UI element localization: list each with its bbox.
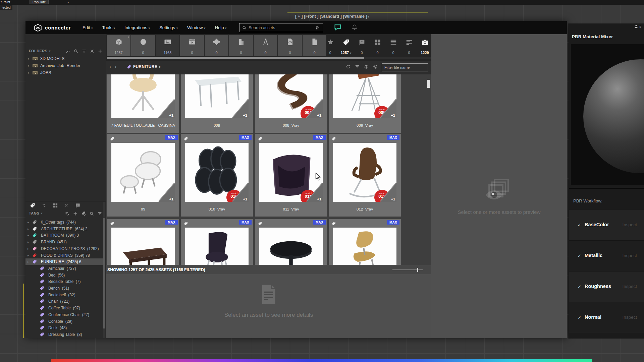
filename-filter-box[interactable] xyxy=(382,63,428,71)
tags-header[interactable]: TAGS ▾ xyxy=(29,211,43,215)
filter-tags-icon[interactable] xyxy=(98,211,102,216)
tag-item-console[interactable]: Console (29) xyxy=(25,318,104,325)
type-filter-audio[interactable]: 0 xyxy=(205,35,228,56)
check-icon[interactable]: ✓ xyxy=(578,284,581,289)
meta-filter-flag[interactable]: 0 xyxy=(354,35,370,56)
tag-item-0-other-tags[interactable]: ▸0_Other tags (744) xyxy=(25,219,104,226)
scrollbar-thumb[interactable] xyxy=(107,57,364,59)
flag-mode-icon[interactable] xyxy=(75,202,80,208)
asset-card[interactable]: MAX xyxy=(107,219,179,265)
tag-item-hallway[interactable]: Hallway (7) xyxy=(25,338,104,338)
type-filter-video[interactable]: 0 xyxy=(180,35,204,56)
assign-tag-icon[interactable] xyxy=(81,211,86,216)
add-tag-icon[interactable] xyxy=(73,211,77,216)
expand-arrow-icon[interactable]: ▸ xyxy=(25,227,31,231)
tag-item-food-drinks[interactable]: ▸FOOD & DRINKS (359) 78 xyxy=(25,252,104,259)
asset-card[interactable]: MAX xyxy=(255,219,327,265)
tag-item-bathroom[interactable]: ▸BATHROOM (390) 3 xyxy=(25,232,104,239)
inspect-button[interactable]: Inspect xyxy=(622,315,637,320)
folders-header[interactable]: FOLDERS ▾ xyxy=(29,49,51,53)
stack-view-icon[interactable] xyxy=(364,64,369,69)
type-filter-scene[interactable]: 0 xyxy=(229,35,253,56)
search-icon[interactable] xyxy=(74,49,78,53)
check-icon[interactable]: ✓ xyxy=(578,315,581,320)
gear-icon[interactable] xyxy=(90,49,94,53)
tag-item-decoration-props[interactable]: ▸DECORATION / PROPS (1292) xyxy=(25,245,104,252)
inspect-button[interactable]: Inspect xyxy=(622,284,637,289)
populate-button-fragment[interactable]: Populate xyxy=(30,0,49,4)
menu-tools[interactable]: Tools ▾ xyxy=(102,25,115,30)
notifications-bell-icon[interactable] xyxy=(352,24,358,30)
menu-integrations[interactable]: Integrations ▾ xyxy=(124,25,150,30)
feedback-chat-icon[interactable] xyxy=(334,24,341,31)
slider-thumb[interactable] xyxy=(417,268,418,272)
asset-card-010-vray[interactable]: MAXmodel010+1010_Vray xyxy=(181,134,253,217)
tag-item-armchair[interactable]: Armchair (727) xyxy=(25,265,104,272)
folder-item-3d-models[interactable]: ▸3D MODELS xyxy=(25,55,106,62)
scrollbar-thumb[interactable] xyxy=(103,218,105,328)
tags-mode-icon[interactable] xyxy=(30,202,35,208)
breadcrumb[interactable]: FURNITURE ▸ xyxy=(127,64,161,69)
tag-item-architecture[interactable]: ▸ARCHITECTURE (624) 2 xyxy=(25,226,104,232)
asset-card[interactable]: MAX xyxy=(329,219,401,265)
expand-arrow-icon[interactable]: ▸ xyxy=(25,221,31,224)
expand-arrow-icon[interactable]: ▸ xyxy=(25,240,31,244)
toolbar-scrollbar[interactable] xyxy=(107,57,431,59)
meta-filter-star[interactable]: 0 xyxy=(322,35,338,56)
cut-mode-icon[interactable] xyxy=(65,203,68,207)
menu-edit[interactable]: Edit ▾ xyxy=(83,25,93,30)
expand-arrow-icon[interactable]: ▸ xyxy=(25,57,32,60)
meta-filter-grid[interactable]: 0 xyxy=(370,35,385,56)
asset-card[interactable]: MAX xyxy=(181,219,253,265)
sort-tags-icon[interactable] xyxy=(65,211,69,216)
type-filter-cube-3d[interactable]: ▾1257 xyxy=(107,35,130,56)
meta-filter-rows[interactable]: 0 xyxy=(401,35,417,56)
expand-arrow-icon[interactable]: ▸ xyxy=(25,254,31,257)
tag-item-desk[interactable]: Desk (48) xyxy=(25,324,104,331)
menu-settings[interactable]: Settings ▾ xyxy=(159,25,178,30)
tag-item-conference-chair[interactable]: Conference Chair (27) xyxy=(25,311,104,318)
tag-item-bench[interactable]: Bench (51) xyxy=(25,285,104,292)
meta-filter-tag[interactable]: 1257 ▾ xyxy=(338,35,354,56)
thumbnail-size-slider[interactable] xyxy=(392,269,423,270)
refresh-icon[interactable] xyxy=(346,64,351,69)
filter-icon[interactable] xyxy=(82,49,86,53)
grid-mode-icon[interactable] xyxy=(52,202,58,208)
tag-item-brand[interactable]: ▸BRAND (451) xyxy=(25,239,104,245)
folder-item-archivio-job-render[interactable]: ▸Archivio_Job_Render xyxy=(25,62,106,69)
filename-filter-input[interactable] xyxy=(384,65,425,69)
expand-arrow-icon[interactable]: ▸ xyxy=(25,234,31,237)
asset-card-008-vray[interactable]: model004+1008_Vray xyxy=(255,74,327,133)
wand-icon[interactable] xyxy=(66,49,70,53)
add-folder-icon[interactable] xyxy=(98,49,102,53)
asset-card-09[interactable]: MAX+109 xyxy=(107,134,179,217)
tag-item-furniture[interactable]: ▸FURNITURE (2425) 6 xyxy=(25,258,104,265)
check-icon[interactable]: ✓ xyxy=(578,223,581,228)
search-filters-icon[interactable] xyxy=(316,25,320,30)
check-icon[interactable]: ✓ xyxy=(578,253,581,258)
search-tags-icon[interactable] xyxy=(90,211,94,216)
meta-filter-list[interactable]: 0 xyxy=(385,35,401,56)
type-filter-cad[interactable]: 0 xyxy=(254,35,277,56)
folder-item-jobs[interactable]: ▸JOBS xyxy=(25,69,106,76)
back-icon[interactable]: ‹ xyxy=(109,63,111,70)
asset-card-008[interactable]: +1008 xyxy=(181,74,253,133)
tag-item-coffee-table[interactable]: Coffee Table (97) xyxy=(25,305,104,311)
viewport-label[interactable]: [ + ] [Front ] [Standard ] [Wireframe ] xyxy=(295,14,367,19)
search-box[interactable] xyxy=(239,23,323,32)
tag-item-bed[interactable]: Bed (56) xyxy=(25,272,104,279)
expand-arrow-icon[interactable]: ▸ xyxy=(25,260,31,263)
expand-arrow-icon[interactable]: ▸ xyxy=(25,71,32,74)
type-filter-material-sphere[interactable]: 0 xyxy=(131,35,155,56)
forward-icon[interactable]: › xyxy=(115,63,117,70)
expand-arrow-icon[interactable]: ▸ xyxy=(25,64,32,67)
inspect-button[interactable]: Inspect xyxy=(622,222,637,227)
tag-item-dressing-table[interactable]: Dressing Table (8) xyxy=(25,331,104,338)
sort-icon[interactable] xyxy=(355,64,360,69)
type-filter-image[interactable]: 1168 xyxy=(156,35,179,56)
tag-item-bookshelf[interactable]: Bookshelf (32) xyxy=(25,292,104,298)
menu-window[interactable]: Window ▾ xyxy=(187,25,205,30)
user-account[interactable]: s xyxy=(634,24,642,28)
search-input[interactable] xyxy=(249,25,314,30)
meta-filter-camera[interactable]: 1229 xyxy=(417,35,433,56)
